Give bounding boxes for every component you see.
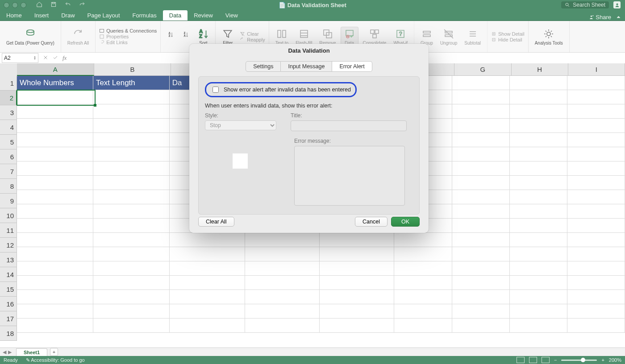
cell-C18[interactable] [170, 318, 245, 333]
cell-B16[interactable] [93, 290, 170, 304]
column-header-I[interactable]: I [568, 63, 625, 76]
ungroup-button[interactable]: Ungroup [438, 27, 460, 46]
cell-H1[interactable] [510, 76, 567, 90]
view-page-break-icon[interactable] [542, 357, 550, 363]
cell-G5[interactable] [452, 133, 510, 147]
cell-I7[interactable] [567, 161, 625, 176]
cell-H8[interactable] [510, 176, 567, 190]
cell-G18[interactable] [452, 318, 510, 333]
cell-A18[interactable] [17, 318, 93, 333]
cell-C13[interactable] [170, 247, 245, 261]
row-header-1[interactable]: 1 [0, 76, 17, 91]
cell-A2[interactable] [17, 90, 93, 104]
cell-H11[interactable] [510, 219, 567, 233]
cell-A3[interactable] [17, 104, 93, 119]
cell-G11[interactable] [452, 219, 510, 233]
cell-H18[interactable] [510, 318, 567, 333]
row-header-12[interactable]: 12 [0, 238, 17, 252]
cell-G16[interactable] [452, 290, 510, 304]
get-data-button[interactable]: Get Data (Power Query) [4, 27, 57, 46]
cell-A15[interactable] [17, 276, 93, 290]
clear-all-button[interactable]: Clear All [198, 217, 234, 227]
show-error-alert-checkbox[interactable] [212, 87, 219, 93]
cell-H4[interactable] [510, 119, 567, 133]
cell-I11[interactable] [567, 219, 625, 233]
cell-H7[interactable] [510, 161, 567, 176]
cell-I6[interactable] [567, 147, 625, 161]
row-header-11[interactable]: 11 [0, 223, 17, 238]
cell-I10[interactable] [567, 204, 625, 219]
cell-G7[interactable] [452, 161, 510, 176]
cell-B9[interactable] [93, 190, 170, 204]
cell-A14[interactable] [17, 261, 93, 276]
cell-B2[interactable] [93, 90, 170, 104]
cell-B11[interactable] [93, 219, 170, 233]
column-header-B[interactable]: B [94, 63, 171, 76]
row-header-10[interactable]: 10 [0, 208, 17, 223]
cell-G14[interactable] [452, 261, 510, 276]
row-header-8[interactable]: 8 [0, 179, 17, 194]
cell-A4[interactable] [17, 119, 93, 133]
cell-E12[interactable] [320, 233, 394, 247]
status-accessibility[interactable]: ✎ Accessibility: Good to go [26, 357, 85, 363]
save-icon[interactable] [50, 1, 57, 9]
cell-C16[interactable] [170, 290, 245, 304]
tab-page-layout[interactable]: Page Layout [81, 10, 126, 21]
tab-home[interactable]: Home [0, 10, 28, 21]
zoom-level[interactable]: 200% [609, 357, 621, 363]
subtotal-button[interactable]: Subtotal [462, 27, 483, 46]
cell-F14[interactable] [394, 261, 452, 276]
cell-I1[interactable] [567, 76, 625, 90]
cell-F17[interactable] [394, 304, 452, 318]
cell-E13[interactable] [320, 247, 394, 261]
cell-I14[interactable] [567, 261, 625, 276]
row-header-16[interactable]: 16 [0, 297, 17, 311]
tab-formulas[interactable]: Formulas [126, 10, 163, 21]
cell-B17[interactable] [93, 304, 170, 318]
tab-review[interactable]: Review [188, 10, 219, 21]
home-icon[interactable] [36, 1, 42, 9]
cell-B15[interactable] [93, 276, 170, 290]
close-window-icon[interactable] [4, 2, 9, 8]
cell-I9[interactable] [567, 190, 625, 204]
column-header-A[interactable]: A [17, 63, 94, 76]
cell-H13[interactable] [510, 247, 567, 261]
cell-D12[interactable] [245, 233, 320, 247]
cell-A10[interactable] [17, 204, 93, 219]
cell-F16[interactable] [394, 290, 452, 304]
cell-H16[interactable] [510, 290, 567, 304]
tab-view[interactable]: View [219, 10, 244, 21]
sheet-nav-last-icon[interactable]: ▶ [8, 349, 12, 355]
sort-za-button[interactable]: ZA [179, 27, 193, 46]
cell-H10[interactable] [510, 204, 567, 219]
cell-F15[interactable] [394, 276, 452, 290]
dialog-tab-error-alert[interactable]: Error Alert [332, 61, 372, 72]
cell-B7[interactable] [93, 161, 170, 176]
cell-B4[interactable] [93, 119, 170, 133]
cell-D18[interactable] [245, 318, 320, 333]
cell-A13[interactable] [17, 247, 93, 261]
view-normal-icon[interactable] [517, 357, 525, 363]
row-header-6[interactable]: 6 [0, 149, 17, 164]
refresh-all-button[interactable]: Refresh All [65, 27, 92, 46]
cell-H6[interactable] [510, 147, 567, 161]
enter-formula-icon[interactable] [53, 55, 58, 62]
row-header-4[interactable]: 4 [0, 120, 17, 135]
cell-B18[interactable] [93, 318, 170, 333]
cell-D16[interactable] [245, 290, 320, 304]
cell-G3[interactable] [452, 104, 510, 119]
redo-icon[interactable] [79, 1, 85, 9]
view-page-layout-icon[interactable] [529, 357, 537, 363]
alert-title-input[interactable] [291, 120, 407, 131]
analysis-tools-button[interactable]: Analysis Tools [532, 27, 566, 46]
cell-E16[interactable] [320, 290, 394, 304]
cell-G4[interactable] [452, 119, 510, 133]
cancel-formula-icon[interactable] [43, 55, 48, 62]
cell-E14[interactable] [320, 261, 394, 276]
cell-A17[interactable] [17, 304, 93, 318]
clear-filter-button[interactable]: Clear [240, 31, 258, 37]
select-all-corner[interactable] [0, 63, 17, 76]
cell-G9[interactable] [452, 190, 510, 204]
cell-D17[interactable] [245, 304, 320, 318]
row-header-2[interactable]: 2 [0, 91, 17, 105]
